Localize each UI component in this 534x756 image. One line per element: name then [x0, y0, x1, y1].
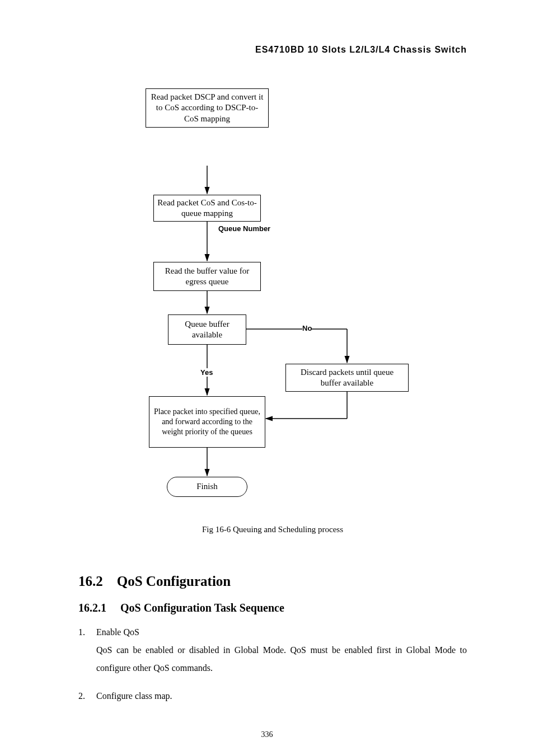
page-header: ES4710BD 10 Slots L2/L3/L4 Chassis Switc…	[78, 45, 467, 55]
flowchart-arrows	[146, 88, 437, 514]
subsection-num: 16.2.1	[78, 602, 106, 614]
flow-read-buffer: Read the buffer value for egress queue	[153, 262, 261, 291]
label-no: No	[302, 324, 312, 332]
flow-discard: Discard packets until queue buffer avail…	[285, 364, 409, 392]
flow-finish: Finish	[167, 477, 247, 497]
flowchart: Start Read packet DSCP and convert it to…	[146, 88, 437, 514]
section-num: 16.2	[78, 574, 103, 589]
label-queue-number: Queue Number	[218, 224, 270, 233]
list-item: 1. Enable QoS QoS can be enabled or disa…	[78, 623, 467, 677]
flow-place-packet: Place packet into specified queue, and f…	[149, 396, 265, 448]
section-heading: 16.2 QoS Configuration	[78, 574, 467, 589]
list-number: 2.	[78, 687, 94, 705]
page-number: 336	[0, 730, 534, 739]
list-head: Enable QoS	[96, 627, 139, 637]
list-number: 1.	[78, 623, 94, 641]
section-title: QoS Configuration	[117, 574, 231, 589]
flow-read-cos: Read packet CoS and Cos-to-queue mapping	[153, 195, 261, 222]
flow-decision-buffer: Queue buffer available	[168, 314, 246, 345]
flow-read-dscp: Read packet DSCP and convert it to CoS a…	[146, 88, 269, 128]
label-yes: Yes	[200, 368, 213, 377]
figure-caption: Fig 16-6 Queuing and Scheduling process	[78, 525, 467, 534]
list-head: Configure class map.	[96, 691, 172, 701]
list-item: 2. Configure class map.	[78, 687, 467, 705]
list-body: QoS can be enabled or disabled in Global…	[96, 641, 467, 677]
subsection-heading: 16.2.1 QoS Configuration Task Sequence	[78, 602, 467, 614]
subsection-title: QoS Configuration Task Sequence	[120, 602, 284, 614]
